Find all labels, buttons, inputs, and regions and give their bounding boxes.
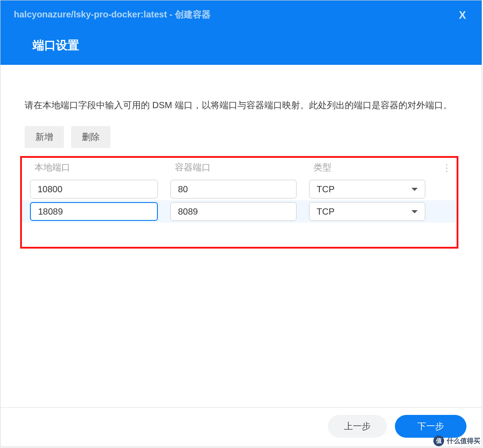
add-button[interactable]: 新增 xyxy=(25,126,64,148)
chevron-down-icon xyxy=(411,210,418,213)
col-header-local-port: 本地端口 xyxy=(22,161,162,173)
cell-local-port xyxy=(22,180,162,199)
next-button[interactable]: 下一步 xyxy=(395,415,466,438)
container-port-input[interactable] xyxy=(170,202,297,221)
type-select[interactable]: TCP xyxy=(309,202,425,221)
section-title: 端口设置 xyxy=(33,38,468,53)
type-select[interactable]: TCP xyxy=(309,180,425,199)
table-body: TCPTCP xyxy=(22,178,457,223)
cell-local-port xyxy=(22,202,162,221)
action-buttons: 新增 删除 xyxy=(25,126,458,148)
cell-container-port xyxy=(162,202,301,221)
cell-container-port xyxy=(162,180,301,199)
cell-type: TCP xyxy=(301,202,430,221)
close-icon[interactable]: X xyxy=(457,10,468,22)
modal-footer: 上一步 下一步 xyxy=(0,407,482,447)
description-text: 请在本地端口字段中输入可用的 DSM 端口，以将端口与容器端口映射。此处列出的端… xyxy=(25,97,458,114)
table-header-row: 本地端口 容器端口 类型 ⋮ xyxy=(22,158,457,178)
more-options-icon[interactable]: ⋮ xyxy=(442,162,450,173)
port-table-highlight: 本地端口 容器端口 类型 ⋮ TCPTCP xyxy=(20,156,458,249)
delete-button[interactable]: 删除 xyxy=(71,126,110,148)
local-port-input[interactable] xyxy=(30,202,158,221)
col-header-container-port: 容器端口 xyxy=(162,161,301,173)
prev-button[interactable]: 上一步 xyxy=(328,415,387,438)
container-port-input[interactable] xyxy=(170,180,297,199)
chevron-down-icon xyxy=(411,188,418,191)
table-row[interactable]: TCP xyxy=(22,200,457,223)
watermark-text: 什么值得买 xyxy=(447,437,480,445)
cell-type: TCP xyxy=(301,180,430,199)
watermark-badge-icon: 值 xyxy=(433,435,444,446)
modal-title: halcyonazure/lsky-pro-docker:latest - 创建… xyxy=(14,8,468,21)
create-container-modal: halcyonazure/lsky-pro-docker:latest - 创建… xyxy=(0,0,482,447)
type-value: TCP xyxy=(317,184,335,194)
type-value: TCP xyxy=(317,207,335,217)
watermark: 值 什么值得买 xyxy=(433,435,480,446)
table-row[interactable]: TCP xyxy=(22,178,457,200)
modal-body: 请在本地端口字段中输入可用的 DSM 端口，以将端口与容器端口映射。此处列出的端… xyxy=(0,65,482,407)
col-header-type: 类型 xyxy=(301,161,426,173)
local-port-input[interactable] xyxy=(30,180,158,199)
modal-header: halcyonazure/lsky-pro-docker:latest - 创建… xyxy=(0,0,482,65)
